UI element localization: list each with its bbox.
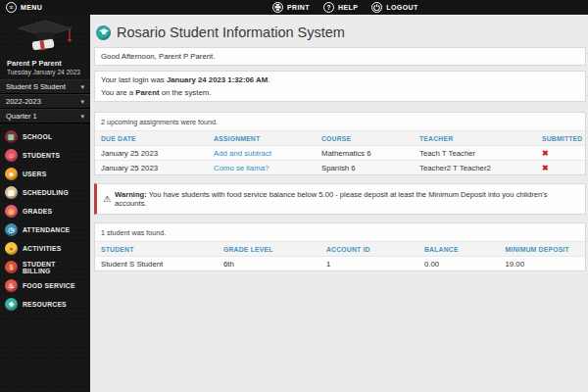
top-bar: ≡ MENU PRINT ? HELP LOGOUT [0,0,588,15]
sidebar-item-student-billing[interactable]: $ STUDENT BILLING [0,258,90,276]
column-header-student[interactable]: STUDENT [95,244,218,255]
assignment-row: January 25 2023 Add and subtract Mathema… [95,145,585,160]
print-icon [272,2,283,13]
sidebar-date: Tuesday January 24 2023 [0,68,90,79]
menu-label: MENU [21,4,42,11]
warning-text: Warning: You have students with food ser… [115,190,579,208]
assignment-link[interactable]: Add and subtract [208,147,316,160]
login-info-box: Your last login was January 24 2023 1:32… [94,71,586,102]
greeting-box: Good Afternoon, Parent P Parent. [94,47,586,66]
column-header-grade-level[interactable]: GRADE LEVEL [218,244,320,255]
grades-icon: ◉ [5,205,18,218]
student-cell: Student S Student [95,258,218,270]
sidebar-item-label: ATTENDANCE [23,226,70,233]
course-cell: Mathematics 6 [316,147,414,160]
food-service-icon: ♨ [5,279,18,292]
scheduling-icon: ▤ [5,186,18,199]
chevron-down-icon: ▾ [80,83,84,91]
help-icon: ? [323,2,334,13]
school-icon: ▦ [5,130,18,143]
app-logo-icon [96,25,111,40]
column-header-submitted[interactable]: SUBMITTED [536,133,585,144]
column-header-course[interactable]: COURSE [316,133,414,144]
students-caption: 1 student was found. [95,223,585,241]
assignments-header-row: DUE DATE ASSIGNMENT COURSE TEACHER SUBMI… [95,130,585,145]
sidebar-item-attendance[interactable]: ◷ ATTENDANCE [0,220,90,239]
column-header-due-date[interactable]: DUE DATE [95,133,208,144]
activities-icon: ● [5,242,18,255]
last-login-text: Your last login was January 24 2023 1:32… [95,72,585,88]
column-header-account-id[interactable]: ACCOUNT ID [320,244,418,255]
greeting-text: Good Afternoon, Parent P Parent. [95,48,585,65]
assignment-row: January 25 2023 Como se llama? Spanish 6… [95,160,585,174]
chevron-down-icon: ▾ [80,113,84,121]
due-date-cell: January 25 2023 [95,147,208,160]
column-header-assignment[interactable]: ASSIGNMENT [208,133,316,144]
students-header-row: STUDENT GRADE LEVEL ACCOUNT ID BALANCE M… [95,241,585,256]
sidebar-item-label: SCHOOL [23,133,52,140]
hamburger-icon: ≡ [6,2,17,13]
menu-button[interactable]: ≡ MENU [6,2,42,13]
sidebar-menu: ▦ SCHOOL ☺ STUDENTS ☻ USERS ▤ SCHEDULING… [0,127,90,314]
assignment-link[interactable]: Como se llama? [208,162,316,174]
sidebar-item-label: STUDENTS [23,152,60,159]
teacher-cell: Teach T Teacher [414,147,536,160]
students-table: STUDENT GRADE LEVEL ACCOUNT ID BALANCE M… [95,241,585,270]
column-header-minimum-deposit[interactable]: MINIMUM DEPOSIT [500,244,586,255]
quarter-selector-value: Quarter 1 [6,112,37,121]
food-service-warning: ⚠ Warning: You have students with food s… [94,183,586,215]
column-header-teacher[interactable]: TEACHER [414,133,536,144]
print-label: PRINT [287,4,310,11]
logout-button[interactable]: LOGOUT [371,2,417,13]
graduation-cap-image [15,20,75,57]
account-id-cell: 1 [320,258,418,270]
last-login-suffix: . [268,75,270,84]
chevron-down-icon: ▾ [80,98,84,106]
role-suffix: on the system. [160,88,212,97]
assignments-caption: 2 upcoming assignments were found. [95,113,585,130]
student-selector-value: Student S Student [6,82,66,91]
last-login-prefix: Your last login was [101,75,167,84]
logout-label: LOGOUT [386,4,417,11]
due-date-cell: January 25 2023 [95,162,208,174]
sidebar-item-food-service[interactable]: ♨ FOOD SERVICE [0,276,90,295]
not-submitted-icon: ✖ [536,162,585,174]
assignments-table: DUE DATE ASSIGNMENT COURSE TEACHER SUBMI… [95,130,585,174]
student-selector[interactable]: Student S Student ▾ [0,79,90,94]
sidebar-item-resources[interactable]: ❖ RESOURCES [0,295,90,314]
assignments-box: 2 upcoming assignments were found. DUE D… [94,112,586,175]
students-icon: ☺ [5,149,18,162]
role-text: You are a Parent on the system. [95,88,585,101]
student-billing-icon: $ [5,261,18,273]
student-row: Student S Student 6th 1 0.00 19.00 [95,256,585,270]
sidebar-item-label: FOOD SERVICE [23,282,75,289]
power-icon [371,2,382,13]
sidebar-item-activities[interactable]: ● ACTIVITIES [0,239,90,258]
balance-cell: 0.00 [418,258,500,270]
not-submitted-icon: ✖ [536,147,585,160]
quarter-selector[interactable]: Quarter 1 ▾ [0,109,90,123]
grade-level-cell: 6th [218,258,320,270]
sidebar-item-label: STUDENT BILLING [23,261,85,274]
role-value: Parent [135,88,159,97]
sidebar-item-label: USERS [23,171,46,177]
sidebar-item-students[interactable]: ☺ STUDENTS [0,146,90,165]
column-header-balance[interactable]: BALANCE [418,244,500,255]
school-year-selector[interactable]: 2022-2023 ▾ [0,94,90,109]
help-label: HELP [338,4,358,11]
sidebar: Parent P Parent Tuesday January 24 2023 … [0,15,90,392]
warning-message: You have students with food service bala… [115,190,547,208]
sidebar-item-school[interactable]: ▦ SCHOOL [0,127,90,146]
resources-icon: ❖ [5,298,18,311]
last-login-datetime: January 24 2023 1:32:06 AM [167,75,268,84]
sidebar-item-users[interactable]: ☻ USERS [0,165,90,183]
sidebar-item-grades[interactable]: ◉ GRADES [0,202,90,220]
help-button[interactable]: ? HELP [323,2,358,13]
sidebar-item-label: ACTIVITIES [23,245,61,252]
sidebar-item-scheduling[interactable]: ▤ SCHEDULING [0,183,90,202]
print-button[interactable]: PRINT [272,2,310,13]
students-box: 1 student was found. STUDENT GRADE LEVEL… [94,222,586,271]
users-icon: ☻ [5,168,18,180]
sidebar-item-label: RESOURCES [23,301,67,308]
sidebar-item-label: GRADES [23,208,52,215]
